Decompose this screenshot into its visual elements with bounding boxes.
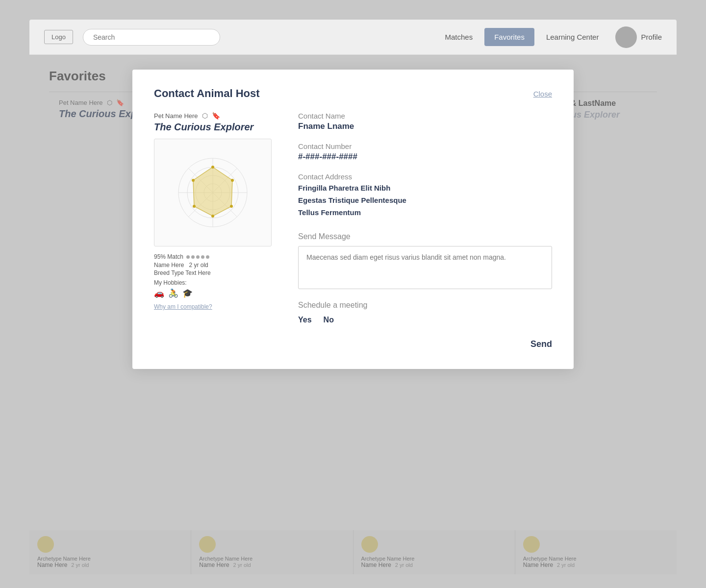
svg-point-9 (211, 166, 214, 169)
page-content: Favorites Pet Name Here ⬡ 🔖 The Curious … (29, 55, 677, 574)
svg-point-11 (230, 205, 233, 208)
contact-number-label: Contact Number (298, 142, 552, 150)
schedule-section: Schedule a meeting Yes No (298, 301, 552, 324)
message-input[interactable] (298, 246, 552, 289)
match-percent: 95% Match (154, 253, 183, 260)
svg-point-14 (192, 179, 195, 182)
close-button[interactable]: Close (533, 90, 552, 98)
hobby-car-icon: 🚗 (154, 288, 164, 298)
modal-title: Contact Animal Host (154, 87, 260, 100)
modal-pet-name: Pet Name Here (154, 112, 198, 120)
navbar: Logo Matches Favorites Learning Center P… (29, 20, 677, 55)
nav-favorites[interactable]: Favorites (484, 28, 534, 46)
contact-name-section: Contact Name Fname Lname (298, 112, 552, 131)
contact-address-value: Fringilla Pharetra Elit Nibh Egestas Tri… (298, 182, 552, 219)
hobbies-icons: 🚗 🚴 🎓 (154, 288, 277, 298)
contact-number-value: #-###-###-#### (298, 152, 552, 162)
schedule-label: Schedule a meeting (298, 301, 552, 310)
nav-learning-center[interactable]: Learning Center (537, 29, 608, 45)
breed-type: Breed Type Text Here (154, 270, 277, 276)
profile-link[interactable]: Profile (641, 33, 662, 41)
hobbies-label: My Hobbies: (154, 279, 277, 286)
modal-overlay: Contact Animal Host Close Pet Name Here … (29, 55, 677, 574)
svg-point-13 (193, 205, 196, 208)
svg-point-10 (231, 179, 234, 182)
modal-right-panel: Contact Name Fname Lname Contact Number … (298, 112, 552, 349)
contact-name-value: Fname Lname (298, 122, 552, 131)
send-button[interactable]: Send (530, 339, 552, 349)
pet-image-box (154, 139, 272, 246)
send-message-label: Send Message (298, 232, 552, 241)
search-input[interactable] (83, 29, 220, 46)
svg-point-12 (211, 215, 214, 218)
pet-name-age: Name Here 2 yr old (154, 262, 277, 269)
compatible-link[interactable]: Why am I compatible? (154, 303, 277, 310)
hobby-graduation-icon: 🎓 (182, 288, 193, 298)
no-button[interactable]: No (324, 316, 334, 324)
modal-left-panel: Pet Name Here ⬡ 🔖 The Curious Explorer (154, 112, 277, 349)
svg-marker-8 (193, 167, 232, 216)
nav-matches[interactable]: Matches (436, 29, 482, 45)
send-message-section: Send Message (298, 232, 552, 291)
logo: Logo (44, 30, 73, 44)
yes-button[interactable]: Yes (298, 316, 312, 324)
radar-chart (169, 148, 257, 237)
bookmark-icon[interactable]: 🔖 (212, 112, 220, 120)
avatar (615, 26, 637, 48)
contact-address-label: Contact Address (298, 172, 552, 181)
hobby-bike-icon: 🚴 (168, 288, 178, 298)
contact-name-label: Contact Name (298, 112, 552, 120)
contact-number-section: Contact Number #-###-###-#### (298, 142, 552, 162)
modal: Contact Animal Host Close Pet Name Here … (132, 70, 574, 369)
share-icon[interactable]: ⬡ (202, 112, 208, 120)
modal-pet-title: The Curious Explorer (154, 122, 277, 133)
contact-address-section: Contact Address Fringilla Pharetra Elit … (298, 172, 552, 219)
